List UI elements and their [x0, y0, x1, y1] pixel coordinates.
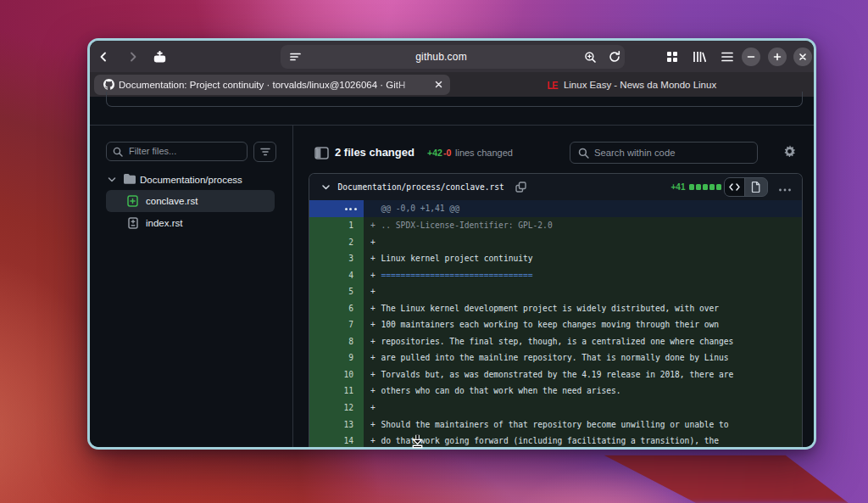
- diff-line[interactable]: 8 +repositories. The final step, though,…: [309, 333, 802, 350]
- collapse-sidebar-button[interactable]: [312, 143, 331, 162]
- tree-file-index[interactable]: index.rst: [106, 212, 275, 235]
- line-code: +do that work going forward (including f…: [364, 433, 802, 447]
- line-code: +The Linux kernel development project is…: [364, 300, 802, 317]
- tree-file-conclave[interactable]: conclave.rst: [106, 190, 275, 213]
- search-icon: [578, 148, 589, 159]
- maximize-icon: [773, 53, 782, 61]
- line-number[interactable]: 8: [309, 333, 364, 350]
- diff-line[interactable]: 5 +: [309, 283, 802, 300]
- hunk-header-row: @@ -0,0 +1,41 @@: [309, 200, 802, 217]
- library-icon: [693, 51, 706, 63]
- line-number[interactable]: 7: [309, 316, 364, 333]
- section-divider: [90, 125, 814, 126]
- mouse-cursor-resize: [410, 434, 425, 449]
- search-placeholder: Search within code: [594, 143, 675, 163]
- line-code: +repositories. The final step, though, i…: [364, 333, 802, 350]
- line-code: +: [364, 283, 802, 300]
- forward-button[interactable]: [120, 41, 146, 72]
- grid-icon: [666, 51, 678, 63]
- diff-line[interactable]: 7 +100 maintainers each working to keep …: [309, 316, 802, 333]
- tab-close-icon: [435, 81, 442, 88]
- diff-line[interactable]: 9 +are pulled into the mainline reposito…: [309, 349, 802, 366]
- github-favicon: [103, 79, 114, 90]
- diff-line[interactable]: 4 +===============================: [309, 267, 802, 284]
- github-page: Filter files... Documentation/process: [90, 97, 814, 447]
- line-number[interactable]: 13: [309, 416, 364, 433]
- menu-button[interactable]: [714, 41, 741, 72]
- tree-folder-row[interactable]: Documentation/process: [90, 170, 292, 190]
- library-button[interactable]: [685, 41, 714, 72]
- diff-line[interactable]: 10 +Torvalds but, as was demonstrated by…: [309, 366, 802, 383]
- line-number[interactable]: 12: [309, 400, 364, 416]
- back-icon: [98, 52, 108, 62]
- maximize-button[interactable]: [768, 48, 787, 66]
- back-button[interactable]: [91, 41, 116, 72]
- line-code: +Linux kernel project continuity: [364, 250, 802, 267]
- kebab-menu-icon[interactable]: [778, 184, 792, 196]
- line-number[interactable]: 9: [309, 349, 364, 366]
- expand-hunk-button[interactable]: [309, 200, 364, 217]
- folder-icon: [124, 174, 136, 184]
- forward-icon: [128, 52, 138, 62]
- close-button[interactable]: [793, 48, 812, 66]
- line-number[interactable]: 5: [309, 283, 364, 300]
- file-added-icon: [127, 195, 138, 207]
- code-view-button[interactable]: [725, 178, 745, 196]
- code-icon: [729, 183, 740, 191]
- browser-toolbar: github.com: [90, 41, 814, 72]
- firefox-view-button[interactable]: [659, 41, 685, 72]
- diff-file-header[interactable]: Documentation/process/conclave.rst +41: [309, 174, 802, 201]
- diff-line[interactable]: 6 +The Linux kernel development project …: [309, 300, 802, 317]
- line-number[interactable]: 6: [309, 300, 364, 317]
- diff-lines: 1 +.. SPDX-License-Identifier: GPL-2.0 2…: [309, 217, 802, 448]
- hunk-header-text: @@ -0,0 +1,41 @@: [381, 200, 459, 217]
- line-number[interactable]: 2: [309, 234, 364, 251]
- tab-title: Linux Easy - News da Mondo Linux: [564, 80, 716, 90]
- copy-icon[interactable]: [515, 182, 526, 193]
- diff-line[interactable]: 14 +do that work going forward (includin…: [309, 433, 802, 447]
- ellipsis-icon: [345, 208, 357, 210]
- line-number[interactable]: 11: [309, 383, 364, 400]
- tab-close-button[interactable]: [431, 78, 445, 92]
- zoom-icon[interactable]: [584, 51, 597, 64]
- line-number[interactable]: 4: [309, 267, 364, 284]
- diff-line[interactable]: 13 +Should the maintainers of that repos…: [309, 416, 802, 433]
- line-number[interactable]: 14: [309, 433, 364, 447]
- line-code: +Torvalds but, as was demonstrated by th…: [364, 366, 802, 383]
- line-code: +are pulled into the mainline repository…: [364, 349, 802, 366]
- reload-icon[interactable]: [609, 51, 620, 63]
- rich-view-button[interactable]: [745, 178, 767, 196]
- diff-file-card: Documentation/process/conclave.rst +41: [309, 173, 803, 448]
- tree-file-label: index.rst: [146, 212, 182, 235]
- file-filter-button[interactable]: [253, 142, 276, 162]
- url-bar[interactable]: github.com: [281, 45, 625, 69]
- line-code: +Should the maintainers of that reposito…: [364, 416, 802, 433]
- filter-icon: [260, 148, 270, 156]
- hamburger-icon: [721, 52, 733, 62]
- additions-count: +42: [427, 142, 442, 164]
- line-number[interactable]: 3: [309, 250, 364, 267]
- search-within-code-input[interactable]: Search within code: [570, 142, 758, 164]
- file-filter-input[interactable]: Filter files...: [106, 142, 248, 161]
- commit-message-box: [106, 92, 803, 107]
- line-code: +: [364, 234, 802, 251]
- diff-line[interactable]: 3 +Linux kernel project continuity: [309, 250, 802, 267]
- gear-icon[interactable]: [783, 145, 796, 158]
- line-code: +: [364, 400, 802, 416]
- diff-line[interactable]: 12 +: [309, 400, 802, 416]
- browser-window: github.com: [87, 38, 816, 450]
- line-number[interactable]: 10: [309, 366, 364, 383]
- chevron-down-icon[interactable]: [321, 184, 331, 191]
- line-number[interactable]: 1: [309, 217, 364, 234]
- diff-line[interactable]: 1 +.. SPDX-License-Identifier: GPL-2.0: [309, 217, 802, 234]
- diffstat-blocks: [689, 184, 722, 190]
- sidebar-divider: [292, 125, 293, 447]
- line-code: +others who can do that work when the ne…: [364, 383, 802, 400]
- diff-view-toggle: [724, 177, 768, 197]
- line-code: +.. SPDX-License-Identifier: GPL-2.0: [364, 217, 802, 234]
- minimize-button[interactable]: [742, 48, 760, 66]
- new-tab-button[interactable]: [146, 41, 173, 72]
- linux-easy-favicon: LE: [548, 79, 558, 91]
- diff-line[interactable]: 11 +others who can do that work when the…: [309, 383, 802, 400]
- diff-line[interactable]: 2 +: [309, 234, 802, 251]
